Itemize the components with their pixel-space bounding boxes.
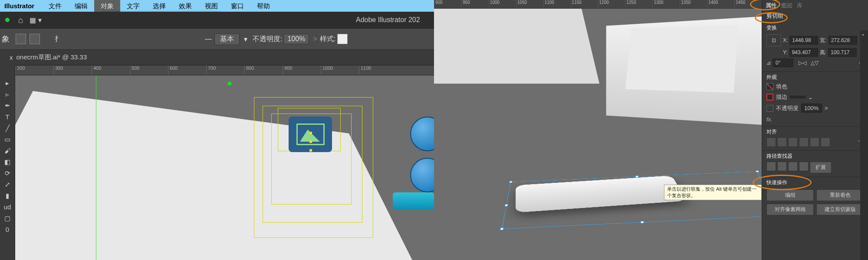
section-heading: 变换 — [766, 24, 864, 32]
fillstroke-icon[interactable] — [30, 34, 40, 44]
tab-layers[interactable]: 图层 — [781, 2, 792, 10]
group-button[interactable]: 编组 — [766, 189, 814, 201]
collapse-icon[interactable]: ◂ — [860, 32, 865, 37]
ruler-horizontal-left[interactable]: 20030040050060070080090010001100 — [15, 65, 434, 75]
section-heading: 外观 — [766, 74, 864, 81]
style-swatch[interactable] — [337, 34, 348, 44]
menu-window[interactable]: 窗口 — [224, 0, 250, 12]
stroke-weight-field[interactable] — [790, 96, 806, 98]
selection-handle[interactable] — [309, 140, 312, 143]
zoom-tool[interactable]: 0 — [2, 224, 13, 235]
menu-effect[interactable]: 效果 — [172, 0, 198, 12]
stroke-profile[interactable]: 基本 — [214, 33, 240, 45]
home-icon[interactable]: ⌂ — [18, 15, 23, 25]
document-tab-label[interactable]: onecrm草图.ai* @ 33.33 — [16, 53, 87, 62]
brush-tool[interactable]: 🖌 — [2, 146, 13, 156]
flip-h-icon[interactable]: ▷◁ — [799, 60, 806, 66]
artboard-tool[interactable]: ▢ — [2, 213, 13, 224]
opacity-field[interactable]: 100% — [801, 104, 822, 113]
eyedropper-tool[interactable]: ud — [2, 202, 13, 212]
section-heading: 路径查找器 — [766, 153, 864, 160]
pathfinder-exclude-icon[interactable] — [799, 162, 809, 171]
stroke-weight-dropdown[interactable]: ⌄ — [808, 94, 813, 101]
pathfinder-minus-front-icon[interactable] — [777, 162, 787, 171]
ruler-horizontal-right[interactable]: 9009501000105011001150120012501300135014… — [434, 0, 762, 9]
eraser-tool[interactable]: ◧ — [2, 157, 13, 167]
selection-handle[interactable] — [756, 170, 759, 172]
direct-select-tool[interactable]: ▹ — [2, 89, 13, 100]
opacity-value[interactable]: 100% — [283, 34, 309, 44]
stroke-swatch[interactable] — [766, 94, 773, 101]
panel-tabs: 属性 图层 库 — [762, 0, 868, 10]
pathfinder-unite-icon[interactable] — [766, 162, 776, 171]
menu-type[interactable]: 文字 — [120, 0, 146, 12]
flip-v-icon[interactable]: △▽ — [811, 60, 819, 66]
selection-handle[interactable] — [641, 221, 644, 223]
section-heading: 对齐 — [766, 128, 864, 136]
selection-handle[interactable] — [309, 132, 312, 134]
align-right-icon[interactable] — [788, 137, 798, 147]
rotate-field[interactable]: 0° — [773, 58, 793, 67]
menu-select[interactable]: 选择 — [146, 0, 172, 12]
close-tab-icon[interactable]: x — [10, 54, 13, 61]
trunc-label: 扌 — [55, 35, 62, 44]
window-chrome: ⌂ ▦ ▾ Adobe Illustrator 202 — [0, 12, 434, 28]
anchor-point[interactable] — [228, 82, 231, 85]
y-field[interactable]: 943.407 — [789, 48, 818, 57]
cyan-panel — [393, 192, 434, 210]
type-tool[interactable]: T — [2, 112, 13, 122]
menu-file[interactable]: 文件 — [42, 0, 68, 12]
guide-vertical[interactable] — [96, 75, 96, 260]
traffic-light-green[interactable] — [5, 18, 10, 22]
h-field[interactable]: 100.717 — [828, 48, 857, 57]
selection-handle[interactable] — [505, 204, 508, 206]
selection-handle[interactable] — [500, 228, 504, 230]
gradient-tool[interactable]: ▮ — [2, 191, 13, 201]
menu-help[interactable]: 帮助 — [250, 0, 276, 12]
pixel-align-button[interactable]: 对齐像素网格 — [766, 204, 814, 215]
align-bottom-icon[interactable] — [821, 137, 830, 147]
align-vcenter-icon[interactable] — [810, 137, 819, 147]
tab-properties[interactable]: 属性 — [766, 2, 777, 10]
selection-handle[interactable] — [509, 181, 513, 183]
opacity-swatch-icon[interactable] — [766, 105, 773, 112]
rotate-tool[interactable]: ⟳ — [2, 168, 13, 179]
pathfinder-intersect-icon[interactable] — [788, 162, 798, 171]
make-clipping-mask-button[interactable]: 建立剪切蒙版 — [816, 204, 864, 215]
align-section: 对齐 ⋯ — [762, 127, 868, 151]
align-left-icon[interactable] — [766, 137, 776, 147]
align-top-icon[interactable] — [799, 137, 809, 147]
right-edge-strip: ◂ — [860, 30, 868, 260]
selection-handle[interactable] — [635, 176, 638, 177]
x-field[interactable]: 1446.98 — [789, 36, 818, 45]
fill-swatch[interactable] — [766, 83, 773, 90]
blue-sphere — [410, 117, 434, 151]
layout-icon[interactable]: ▦ ▾ — [30, 16, 41, 24]
char-a-label: 象 — [2, 34, 10, 44]
document-tabs: x onecrm草图.ai* @ 33.33 — [0, 50, 434, 65]
canvas-right-3d[interactable]: 9009501000105011001150120012501300135014… — [434, 0, 762, 260]
recolor-button[interactable]: 重新着色 — [816, 189, 864, 201]
reference-point-icon[interactable]: ⊡ — [766, 34, 781, 46]
section-heading: 快速操作 — [766, 179, 864, 186]
fx-label[interactable]: fx. — [766, 116, 864, 123]
line-tool[interactable]: ╱ — [2, 123, 13, 133]
selection-handle[interactable] — [309, 149, 312, 152]
expand-button[interactable]: 扩展 — [810, 162, 832, 173]
menu-view[interactable]: 视图 — [198, 0, 224, 12]
scale-tool[interactable]: ⤢ — [2, 179, 13, 190]
pen-tool[interactable]: ✒ — [2, 101, 13, 111]
appearance-section: 外观 填色 描边 ⌄ 不透明度 100%> fx. — [762, 72, 868, 127]
tab-libraries[interactable]: 库 — [797, 2, 802, 10]
menu-edit[interactable]: 编辑 — [68, 0, 94, 12]
menu-object[interactable]: 对象 — [94, 0, 120, 12]
opacity-label: 不透明度: — [253, 35, 282, 44]
pathfinder-tooltip: 单击以进行联集，按住 Alt 键单击可创建一个复合形状。 — [664, 185, 762, 200]
selection-tool[interactable]: ▸ — [2, 78, 13, 88]
rectangle-tool[interactable]: ▭ — [2, 134, 13, 145]
align-hcenter-icon[interactable] — [777, 137, 787, 147]
geom-block — [625, 25, 738, 93]
canvas-left[interactable] — [15, 75, 434, 260]
noswatch-icon[interactable] — [16, 34, 26, 44]
w-field[interactable]: 272.628 — [829, 36, 857, 45]
